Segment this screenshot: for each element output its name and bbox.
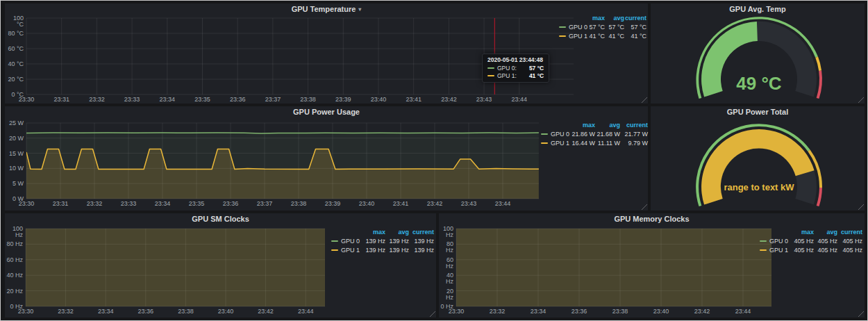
tooltip-series-row: GPU 0:57 °C [487,65,544,72]
panel-title-gpu-temperature[interactable]: GPU Temperature▾ [5,5,648,13]
x-tick-label: 23:30 [15,201,38,207]
x-tick-label: 23:33 [120,97,144,103]
y-tick-label: 80 °C [5,31,24,37]
panel-title-text: GPU Power Usage [293,108,360,116]
legend-series-name[interactable]: GPU 1 [559,33,584,40]
panel-title-gpu-power-total[interactable]: GPU Power Total [651,108,865,116]
legend: maxavgcurrentGPU 0139 Hz139 Hz139 HzGPU … [331,229,434,254]
x-tick-label: 23:40 [214,308,237,315]
legend-series-marker [541,142,548,144]
x-tick-label: 23:40 [367,97,390,103]
panel-resize-handle[interactable] [858,311,864,317]
legend-series-name[interactable]: GPU 0 [760,238,789,245]
y-tick-label: 20 °C [5,76,24,83]
x-tick-label: 23:44 [491,201,515,207]
y-tick-label: 20 Hz [5,288,23,295]
x-tick-label: 23:36 [134,308,158,315]
x-tick-label: 23:34 [526,308,550,315]
panel-title-gpu-power-usage[interactable]: GPU Power Usage [5,108,648,116]
legend-series-marker [541,133,548,135]
panel-title-gpu-memory-clocks[interactable]: GPU Memory Clocks [439,215,865,223]
x-tick-label: 23:41 [402,97,426,103]
legend-series-name[interactable]: GPU 0 [541,131,569,138]
panel-title-gpu-avg-temp[interactable]: GPU Avg. Temp [651,5,865,13]
legend-series-name[interactable]: GPU 1 [541,140,569,147]
tooltip-series-row: GPU 1:41 °C [487,72,544,79]
legend-stat-value: 139 Hz [360,238,385,245]
legend-header: avg [385,229,409,236]
temp-chart-svg [5,3,648,104]
y-tick-label: 60 Hz [439,257,453,270]
legend-spacer [760,229,789,236]
legend-stat-value: 405 Hz [814,238,837,245]
legend: maxavgcurrentGPU 021.86 W21.68 W21.77 WG… [541,122,648,147]
legend-stat-value: 139 Hz [360,247,385,254]
x-tick-label: 23:30 [15,97,38,103]
x-tick-label: 23:39 [321,201,344,207]
legend-stat-value: 405 Hz [837,247,862,254]
tooltip-series-value: 57 °C [529,65,544,72]
panel-resize-handle[interactable] [858,97,864,103]
legend-stat-value: 405 Hz [789,238,814,245]
x-tick-label: 23:32 [485,308,509,315]
legend-stat-value: 41 °C [624,33,646,40]
x-tick-label: 23:35 [185,201,208,207]
tooltip-timestamp: 2020-05-01 23:44:48 [487,56,544,63]
gauge-value-text: range to text kW [724,182,794,192]
y-tick-label: 40 Hz [5,272,23,279]
legend-series-marker [559,26,566,28]
legend-stat-value: 57 °C [624,24,646,31]
legend-stat-value: 21.86 W [569,131,595,138]
gpu-temperature-chart-area[interactable]: 100 °C80 °C60 °C40 °C20 °C0 °C23:3023:31… [5,3,648,104]
y-tick-label: 40 Hz [439,272,453,285]
legend: maxavgcurrentGPU 057 °C57 °C57 °CGPU 141… [559,15,646,40]
x-tick-label: 23:43 [457,201,481,207]
gpu-power-total-gauge: range to text kW [651,106,865,211]
x-tick-label: 23:36 [567,308,591,315]
legend-header: current [837,229,862,236]
gpu-power-usage-chart-area[interactable]: 25 W20 W15 W10 W5 W0 W23:3023:3123:3223:… [5,106,648,211]
y-tick-label: 60 Hz [5,257,23,263]
x-tick-label: 23:42 [690,308,714,315]
legend-series-name[interactable]: GPU 1 [331,247,360,254]
y-tick-label: 80 Hz [439,241,453,254]
panel-resize-handle[interactable] [642,97,647,103]
legend-series-name[interactable]: GPU 0 [331,238,360,245]
legend-header: avg [605,15,624,22]
legend-series-marker [559,35,566,37]
legend-header: avg [595,122,620,129]
legend-series-name[interactable]: GPU 0 [559,24,584,31]
y-tick-label: 100 °C [5,15,24,28]
chevron-down-icon[interactable]: ▾ [358,6,361,13]
panel-title-gpu-sm-clocks[interactable]: GPU SM Clocks [5,215,436,223]
panel-gpu-power-usage: GPU Power Usage 25 W20 W15 W10 W5 W0 W23… [5,106,648,211]
legend-series-label: GPU 0 [341,238,360,245]
legend-series-marker [331,240,338,242]
panel-resize-handle[interactable] [430,311,435,317]
legend-stat-value: 9.79 W [620,140,648,147]
legend: maxavgcurrentGPU 0405 Hz405 Hz405 HzGPU … [760,229,862,254]
y-tick-label: 15 W [5,151,24,157]
legend-series-label: GPU 1 [769,247,788,254]
legend-series-label: GPU 0 [769,238,788,245]
panel-gpu-memory-clocks: GPU Memory Clocks 100 Hz80 Hz60 Hz40 Hz2… [439,213,865,318]
x-tick-label: 23:37 [261,97,285,103]
panel-gpu-power-total: GPU Power Total range to text kW [651,106,865,211]
panel-title-text: GPU Temperature [292,5,356,13]
gauge-threshold-ring-segment [817,71,822,99]
panel-resize-handle[interactable] [858,204,864,210]
graph-tooltip: 2020-05-01 23:44:48GPU 0:57 °CGPU 1:41 °… [482,54,549,83]
x-tick-label: 23:40 [355,201,378,207]
legend-series-name[interactable]: GPU 1 [760,247,789,254]
gpu-memory-clocks-chart-area[interactable]: 100 Hz80 Hz60 Hz40 Hz20 Hz0 Hz23:3023:32… [439,213,865,318]
legend-stat-value: 405 Hz [814,247,837,254]
panel-resize-handle[interactable] [642,204,647,210]
legend-series-marker [331,249,338,251]
legend-stat-value: 405 Hz [789,247,814,254]
gpu-sm-clocks-chart-area[interactable]: 100 Hz80 Hz60 Hz40 Hz20 Hz0 Hz23:3023:32… [5,213,436,318]
x-tick-label: 23:30 [444,308,468,315]
gauge-threshold-ring-segment [817,188,822,206]
y-tick-label: 40 °C [5,61,24,67]
x-tick-label: 23:31 [50,97,74,103]
panel-title-text: GPU Power Total [727,108,788,116]
